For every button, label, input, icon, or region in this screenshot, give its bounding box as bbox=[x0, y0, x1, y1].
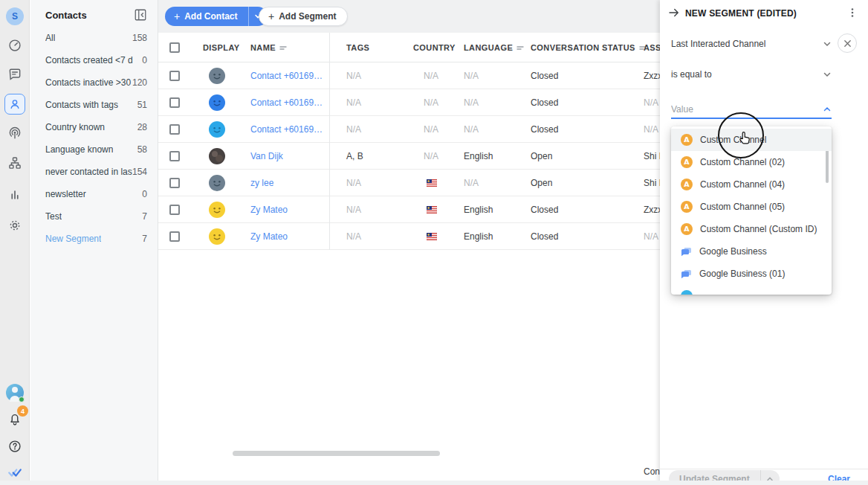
segment-item[interactable]: Language known 58 bbox=[30, 138, 158, 161]
inbox-icon[interactable] bbox=[4, 63, 25, 84]
column-header-name[interactable]: NAME bbox=[250, 33, 288, 62]
segment-item[interactable]: Contacts inactive >30 ... 120 bbox=[30, 71, 158, 94]
segment-item[interactable]: Contacts created <7 d... 0 bbox=[30, 49, 158, 71]
footer-divider bbox=[660, 469, 868, 469]
channel-option[interactable] bbox=[671, 285, 832, 295]
frozen-column-divider bbox=[329, 33, 330, 250]
channel-option[interactable]: Google Business bbox=[671, 240, 832, 263]
display-avatar-cell bbox=[209, 196, 225, 223]
channel-option[interactable]: ACustom Channel (05) bbox=[671, 196, 832, 218]
add-contact-button[interactable]: +Add Contact bbox=[165, 7, 268, 26]
segment-item[interactable]: Contacts with tags 51 bbox=[30, 94, 158, 116]
broadcast-icon[interactable] bbox=[4, 123, 25, 144]
remove-filter-button[interactable] bbox=[838, 33, 857, 53]
filter-operator-select[interactable]: is equal to bbox=[671, 65, 832, 83]
user-avatar[interactable] bbox=[4, 382, 25, 403]
reports-icon[interactable] bbox=[4, 184, 25, 205]
contact-name-link[interactable]: Zy Mateo bbox=[250, 231, 288, 242]
conversation-status-cell: Open bbox=[531, 170, 552, 196]
contact-name-link[interactable]: Contact +60169318... bbox=[250, 71, 326, 81]
contact-name-link[interactable]: Van Dijk bbox=[250, 151, 283, 161]
collapse-panel-icon[interactable] bbox=[133, 7, 148, 22]
segment-item[interactable]: newsletter 0 bbox=[30, 183, 158, 205]
sort-icon[interactable] bbox=[279, 45, 288, 51]
sort-icon[interactable] bbox=[516, 45, 525, 51]
conversation-status-cell: Closed bbox=[531, 196, 558, 223]
notifications-bell-icon[interactable]: 4 bbox=[4, 408, 25, 429]
kebab-menu-icon[interactable] bbox=[846, 6, 859, 19]
contact-row[interactable]: Zy MateoN/AEnglishClosedN/A bbox=[158, 223, 660, 250]
channel-option[interactable]: ACustom Channel (Custom ID) bbox=[671, 218, 832, 240]
row-checkbox[interactable] bbox=[169, 205, 180, 215]
channel-option[interactable]: ACustom Channel (04) bbox=[671, 173, 832, 196]
display-avatar-cell bbox=[209, 116, 225, 143]
dashboard-icon[interactable] bbox=[4, 35, 25, 56]
custom-channel-icon: A bbox=[681, 134, 693, 146]
segment-item[interactable]: Country known 28 bbox=[30, 116, 158, 138]
assignee-cell: Shi H bbox=[644, 170, 660, 196]
collapse-filter-panel-icon[interactable] bbox=[667, 6, 681, 22]
contacts-icon[interactable] bbox=[4, 94, 25, 115]
column-header-country[interactable]: COUNTRY bbox=[413, 33, 456, 62]
contact-avatar bbox=[209, 175, 225, 191]
contact-row[interactable]: zy leeN/AN/AOpenShi H bbox=[158, 170, 660, 196]
contact-avatar bbox=[209, 228, 225, 245]
row-checkbox[interactable] bbox=[169, 151, 180, 161]
row-checkbox[interactable] bbox=[169, 178, 180, 188]
contact-name-link[interactable]: Contact +60169318... bbox=[250, 97, 326, 108]
respond-logo-icon bbox=[4, 462, 25, 483]
contact-row[interactable]: Van DijkA, BN/AEnglishOpenShi H bbox=[158, 143, 660, 170]
row-checkbox[interactable] bbox=[169, 97, 180, 108]
segment-count: 7 bbox=[142, 234, 147, 244]
app-rail: S 4 bbox=[0, 0, 30, 485]
channel-option-label: Custom Channel (05) bbox=[700, 202, 785, 212]
assignee-cell: Zxzx bbox=[644, 62, 660, 89]
contact-name-link[interactable]: zy lee bbox=[250, 178, 273, 188]
workspace-avatar[interactable]: S bbox=[4, 6, 25, 27]
select-all-checkbox[interactable] bbox=[169, 42, 180, 53]
country-cell bbox=[427, 223, 437, 250]
horizontal-scrollbar[interactable] bbox=[233, 451, 440, 456]
row-checkbox[interactable] bbox=[169, 124, 180, 135]
contact-name-link[interactable]: Zy Mateo bbox=[250, 205, 288, 215]
channel-option[interactable]: ACustom Channel bbox=[671, 129, 832, 151]
channel-option[interactable]: ACustom Channel (02) bbox=[671, 151, 832, 173]
filter-field-select[interactable]: Last Interacted Channel bbox=[671, 35, 832, 53]
contact-name-link[interactable]: Contact +60169318... bbox=[250, 124, 326, 135]
column-header-display[interactable]: DISPLAY bbox=[203, 33, 239, 62]
segment-item[interactable]: All 158 bbox=[30, 27, 158, 49]
help-icon[interactable] bbox=[4, 436, 25, 457]
contacts-count-label: Cont bbox=[644, 466, 660, 477]
row-checkbox[interactable] bbox=[169, 231, 180, 242]
segment-item[interactable]: Test 7 bbox=[30, 205, 158, 228]
custom-channel-icon: A bbox=[681, 201, 693, 213]
contact-row[interactable]: Contact +60169318...N/AN/AN/AClosedN/A bbox=[158, 89, 660, 116]
segment-count: 28 bbox=[137, 122, 147, 132]
channel-option[interactable]: Google Business (01) bbox=[671, 263, 832, 285]
workflows-icon[interactable] bbox=[4, 152, 25, 173]
display-avatar-cell bbox=[209, 170, 225, 196]
add-segment-button[interactable]: +Add Segment bbox=[259, 7, 348, 26]
chevron-down-icon bbox=[823, 39, 832, 48]
segment-item[interactable]: New Segment 7 bbox=[30, 228, 158, 250]
malaysia-flag-icon bbox=[427, 233, 437, 240]
column-header-language[interactable]: LANGUAGE bbox=[464, 33, 525, 62]
contact-row[interactable]: Contact +60169318...N/AN/AN/AClosedZxzx bbox=[158, 62, 660, 89]
row-checkbox[interactable] bbox=[169, 71, 180, 81]
channel-option-label: Google Business (01) bbox=[699, 269, 785, 279]
filter-value-select[interactable] bbox=[671, 101, 832, 119]
contact-row[interactable]: Zy MateoN/AEnglishClosedZxzx bbox=[158, 196, 660, 223]
display-avatar-cell bbox=[209, 223, 225, 250]
plus-icon: + bbox=[174, 11, 180, 22]
channel-option-label: Custom Channel bbox=[700, 135, 766, 145]
malaysia-flag-icon bbox=[427, 179, 437, 187]
contact-row[interactable]: Contact +60169318...N/AN/AN/AClosedN/A bbox=[158, 116, 660, 143]
column-header-tags[interactable]: TAGS bbox=[346, 33, 369, 62]
close-icon bbox=[843, 39, 852, 48]
column-header-conversation-status[interactable]: CONVERSATION STATUS bbox=[531, 33, 647, 62]
value-input[interactable] bbox=[671, 104, 805, 115]
settings-icon[interactable] bbox=[4, 215, 25, 236]
column-header-assi[interactable]: ASSI bbox=[644, 33, 660, 62]
segment-item[interactable]: never contacted in last... 154 bbox=[30, 161, 158, 183]
workspace-initial: S bbox=[6, 7, 24, 25]
